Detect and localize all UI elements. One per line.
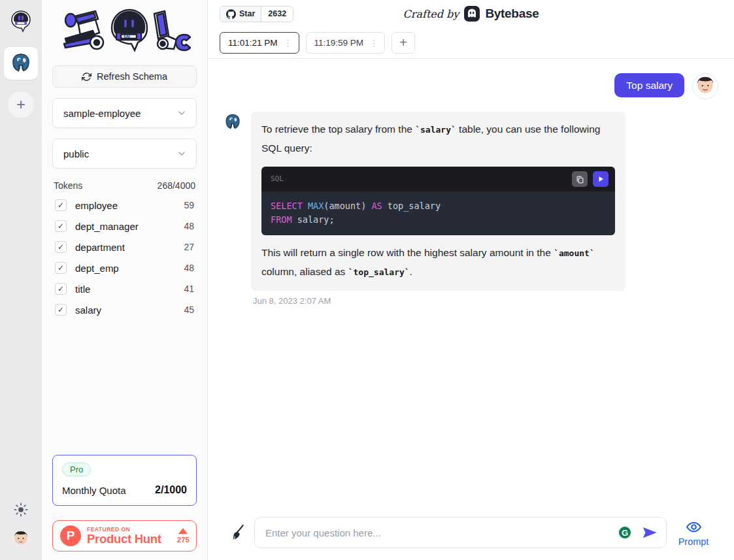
table-row: ✓ dept_manager 48	[52, 216, 197, 237]
github-star-button[interactable]: Star 2632	[220, 6, 293, 22]
postgresql-icon	[224, 113, 242, 131]
sqlchat-logo: SQL	[52, 4, 197, 60]
schema-select-value: public	[63, 148, 89, 159]
tokens-label: Tokens	[54, 180, 82, 191]
tokens-header: Tokens 268/4000	[54, 180, 195, 191]
checkbox-employee[interactable]: ✓	[55, 199, 67, 211]
bot-text: .	[410, 266, 412, 277]
bytebase-logo	[464, 6, 480, 22]
code-block-header: SQL	[261, 167, 615, 191]
table-token-count: 41	[184, 284, 194, 294]
crafted-by-label: Crafted by	[403, 8, 459, 20]
product-hunt-featured-label: FEATURED ON	[87, 527, 161, 533]
refresh-schema-button[interactable]: Refresh Schema	[52, 65, 197, 88]
checkbox-department[interactable]: ✓	[55, 241, 67, 253]
message-timestamp: Jun 8, 2023 2:07 AM	[253, 296, 626, 306]
schema-select[interactable]: public	[52, 139, 197, 169]
table-name: employee	[75, 200, 118, 211]
inline-code-amount: `amount`	[554, 248, 595, 258]
table-name: dept_emp	[75, 263, 119, 274]
user-avatar	[10, 529, 31, 550]
connection-select[interactable]: sample-employee	[52, 98, 197, 128]
table-row: ✓ department 27	[52, 237, 197, 257]
product-hunt-icon: P	[60, 525, 81, 546]
play-icon	[597, 175, 605, 183]
inline-code-top-salary: `top_salary`	[348, 267, 410, 277]
product-hunt-name: Product Hunt	[87, 533, 161, 546]
code-line: FROM salary;	[271, 213, 606, 227]
add-connection-button[interactable]: +	[8, 91, 34, 118]
tab-conversation-1[interactable]: 11:01:21 PM ⋮	[220, 32, 299, 54]
bot-message-avatar	[224, 113, 242, 131]
user-message-row: Top salary	[224, 73, 718, 99]
bot-text: This will return a single row with the h…	[261, 247, 554, 258]
checkbox-dept-manager[interactable]: ✓	[55, 220, 67, 232]
tab-label: 11:19:59 PM	[314, 38, 364, 48]
upvote-count: 275	[177, 536, 190, 544]
checkbox-dept-emp[interactable]: ✓	[55, 262, 67, 274]
github-icon	[226, 9, 236, 19]
table-row: ✓ employee 59	[52, 195, 197, 216]
send-button[interactable]	[641, 524, 658, 541]
sidebar: SQL Refresh Schema sample-employee	[42, 0, 208, 560]
postgresql-icon	[10, 52, 32, 74]
checkbox-title[interactable]: ✓	[55, 283, 67, 295]
bot-text: column, aliased as	[261, 266, 348, 277]
account-avatar[interactable]	[10, 529, 31, 550]
tab-menu-icon[interactable]: ⋮	[369, 38, 378, 48]
product-hunt-badge[interactable]: P FEATURED ON Product Hunt 275	[52, 520, 197, 552]
product-hunt-votes: 275	[177, 528, 190, 544]
code-block-body: SELECT MAX(amount) AS top_salary FROM sa…	[261, 191, 615, 235]
quota-value: 2/1000	[155, 484, 187, 496]
quota-label: Monthly Quota	[62, 485, 126, 496]
tokens-total: 268/4000	[158, 180, 195, 191]
inline-code-salary: `salary`	[415, 125, 456, 135]
theme-toggle-button[interactable]	[14, 502, 28, 517]
sql-keyword: AS	[371, 201, 382, 211]
sql-text: top_salary	[382, 201, 441, 211]
tab-conversation-2[interactable]: 11:19:59 PM ⋮	[306, 32, 386, 54]
grammarly-icon[interactable]: G	[618, 525, 632, 540]
copy-icon	[576, 175, 584, 184]
composer: G Prompt	[224, 517, 718, 548]
broom-icon	[229, 524, 246, 541]
sql-code-block: SQL	[261, 167, 615, 235]
copy-code-button[interactable]	[572, 171, 588, 187]
clear-conversation-button[interactable]	[229, 524, 246, 541]
svg-text:SQL: SQL	[124, 35, 131, 40]
table-name: salary	[75, 305, 101, 316]
chevron-down-icon	[176, 108, 187, 118]
bot-text: To retrieve the top salary from the	[261, 124, 415, 135]
table-token-count: 59	[184, 200, 194, 210]
new-conversation-button[interactable]: +	[392, 32, 415, 54]
prompt-label: Prompt	[678, 536, 709, 547]
table-token-count: 48	[184, 263, 194, 273]
sqlchat-bot-icon[interactable]	[8, 9, 33, 37]
sun-icon	[14, 502, 28, 517]
left-rail: +	[0, 0, 42, 560]
main-panel: Star 2632 Crafted by Bytebase 11:01:21 P…	[208, 0, 734, 560]
quota-card: Pro Monthly Quota 2/1000	[52, 455, 197, 506]
chevron-down-icon	[176, 148, 187, 159]
pro-badge: Pro	[62, 463, 91, 476]
bot-message-row: To retrieve the top salary from the `sal…	[224, 112, 718, 306]
user-message-bubble: Top salary	[614, 73, 684, 97]
table-name: dept_manager	[75, 221, 139, 232]
connection-select-value: sample-employee	[63, 108, 141, 119]
question-input[interactable]	[265, 527, 618, 538]
crafted-by-brand[interactable]: Crafted by Bytebase	[403, 6, 539, 22]
run-query-button[interactable]	[593, 171, 609, 187]
star-label: Star	[239, 9, 255, 18]
code-language-label: SQL	[271, 170, 284, 188]
table-token-count: 45	[184, 305, 194, 315]
checkbox-salary[interactable]: ✓	[55, 304, 67, 316]
refresh-icon	[82, 72, 92, 82]
bot-paragraph-1: To retrieve the top salary from the `sal…	[261, 120, 615, 157]
table-row: ✓ salary 45	[52, 299, 197, 320]
prompt-button[interactable]: Prompt	[675, 519, 712, 547]
sql-text: salary;	[292, 214, 335, 225]
tab-menu-icon[interactable]: ⋮	[284, 38, 293, 48]
connection-item-postgres[interactable]	[4, 47, 38, 80]
upvote-icon	[178, 528, 188, 534]
sql-keyword: FROM	[271, 214, 292, 225]
